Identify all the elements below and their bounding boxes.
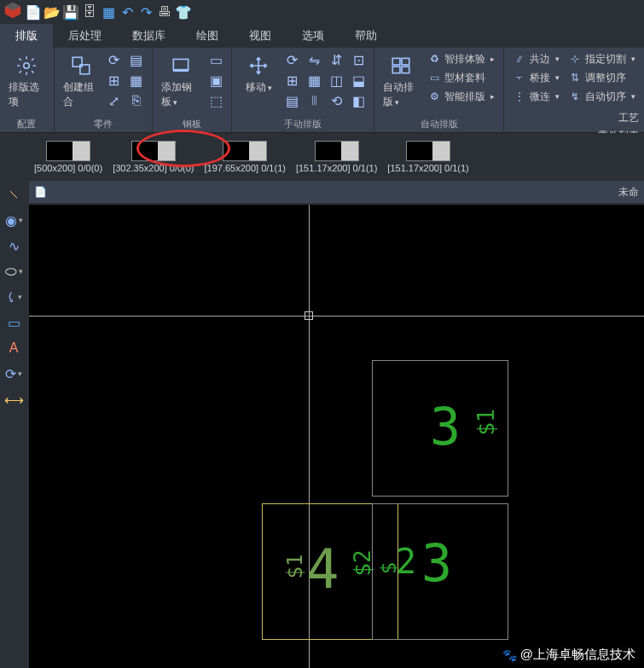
smart-nest-button[interactable]: ⚙智能排版▸	[424, 87, 498, 106]
thumb-3-label: [197.65x200] 0/1(1)	[205, 163, 286, 173]
add-steel-label: 添加钢板▾	[161, 80, 200, 109]
thumb-2[interactable]: [302.35x200] 0/0(0)	[113, 141, 194, 173]
adjust-seq-icon: ⇅	[568, 71, 582, 84]
arc-tool-icon[interactable]: ⤹▾	[2, 287, 26, 307]
extra1-icon[interactable]: ⊡	[349, 50, 368, 69]
thumb-1-label: [500x200] 0/0(0)	[34, 163, 102, 173]
group-label-parts: 零件	[60, 116, 147, 132]
microjoint-icon: ⋮	[513, 90, 526, 103]
canvas[interactable]: 📄 未命 3 $1 4 $1 $2 2 $ 3 🐾 @上海卓畅信息技术	[29, 205, 644, 668]
tab-help[interactable]: 帮助	[339, 24, 392, 48]
ellipse-tool-icon[interactable]: ⬭▾	[2, 261, 26, 282]
craft-label: 工艺	[593, 109, 644, 127]
thumb-1[interactable]: [500x200] 0/0(0)	[34, 141, 102, 173]
align-icon[interactable]: ▤	[282, 91, 301, 110]
shape-1-bottom-side: $1	[283, 555, 307, 579]
steel-small2-icon[interactable]: ▣	[206, 71, 225, 90]
menu-bar: 排版 后处理 数据库 绘图 视图 选项 帮助	[0, 24, 644, 48]
qat-redo-icon[interactable]: ↷	[138, 4, 154, 20]
steel-small3-icon[interactable]: ⬚	[206, 91, 225, 110]
array-icon[interactable]: ⊞	[282, 71, 301, 90]
wave-tool-icon[interactable]: ∿	[2, 235, 26, 256]
frame-icon[interactable]: ◫	[327, 71, 345, 90]
text-tool-icon[interactable]: A	[2, 338, 26, 358]
extra3-icon[interactable]: ◧	[349, 91, 368, 110]
sheet-icon	[168, 53, 194, 78]
mirror-v-icon[interactable]: ⇵	[327, 50, 345, 69]
ribbon-group-manual: 移动▾ ⟳ ⊞ ▤ ⇋ ▦ ⫴ ⇵ ◫ ⟲ ⊡ ⬓ ◧ 手动排版	[232, 48, 374, 132]
tab-layout[interactable]: 排版	[0, 24, 53, 48]
create-combo-button[interactable]: 创建组合	[60, 49, 102, 113]
crosshair-h	[29, 316, 644, 317]
qat-tshirt-icon[interactable]: 👕	[176, 4, 191, 20]
list-icon[interactable]: ▤	[127, 50, 146, 69]
add-steel-button[interactable]: 添加钢板▾	[158, 49, 204, 113]
coedge-button[interactable]: ⫽共边▾	[509, 49, 563, 68]
snap-icon[interactable]: ▦	[305, 71, 323, 90]
circle-tool-icon[interactable]: ◉▾	[2, 210, 26, 230]
measure-tool-icon[interactable]: ⟷	[2, 389, 26, 410]
doc-title: 未命	[618, 185, 639, 200]
shape-1-top-side: $1	[473, 409, 499, 435]
qat-grid-icon[interactable]: ▦	[101, 4, 116, 20]
tab-view[interactable]: 视图	[234, 24, 287, 48]
group-label-config: 配置	[5, 116, 49, 132]
sheet-thumbnails: [500x200] 0/0(0) [302.35x200] 0/0(0) [19…	[0, 133, 644, 181]
rotate-cw-icon[interactable]: ⟳	[282, 50, 301, 69]
gear-small-icon: ⚙	[427, 90, 441, 103]
mirror-h-icon[interactable]: ⇋	[305, 50, 323, 69]
rect-tool-icon[interactable]: ▭	[2, 312, 26, 333]
auto-nest-button[interactable]: 自动排版▾	[380, 49, 422, 113]
copy-icon[interactable]: ⎘	[127, 91, 146, 110]
tab-options[interactable]: 选项	[287, 24, 339, 48]
assign-cut-button[interactable]: ⊹指定切割▾	[565, 49, 639, 68]
extra2-icon[interactable]: ⬓	[349, 71, 368, 90]
move-button[interactable]: 移动▾	[237, 49, 280, 98]
canvas-header: 📄 未命	[29, 181, 644, 203]
watermark-text: @上海卓畅信息技术	[520, 647, 635, 663]
qat-undo-icon[interactable]: ↶	[119, 4, 135, 20]
move-icon	[246, 53, 271, 78]
microjoint-button[interactable]: ⋮微连▾	[509, 87, 563, 106]
thumb-4[interactable]: [151.17x200] 0/1(1)	[296, 141, 377, 173]
grid-icon[interactable]: ▦	[127, 71, 146, 90]
tab-draw[interactable]: 绘图	[181, 24, 234, 48]
qat-new-icon[interactable]: 📄	[26, 4, 41, 20]
qat-open-icon[interactable]: 📂	[44, 4, 60, 20]
auto-seq-button[interactable]: ↯自动切序▾	[565, 87, 639, 106]
group-label-auto: 自动排版	[380, 116, 498, 132]
tab-database[interactable]: 数据库	[117, 24, 181, 48]
svg-rect-7	[392, 58, 400, 65]
thumb-4-label: [151.17x200] 0/1(1)	[296, 163, 377, 173]
gear-icon	[14, 53, 39, 78]
steel-small1-icon[interactable]: ▭	[206, 50, 225, 69]
thumb-3[interactable]: [197.65x200] 0/1(1)	[205, 141, 286, 173]
ribbon-group-parts: 创建组合 ⟳ ⊞ ⤢ ▤ ▦ ⎘ 零件	[55, 48, 153, 132]
rotate-icon[interactable]: ⟳	[105, 50, 124, 69]
watermark: 🐾 @上海卓畅信息技术	[502, 647, 635, 663]
bridge-icon: ⫟	[513, 71, 526, 84]
combine-icon	[68, 53, 94, 78]
thumb-5[interactable]: [151.17x200] 0/1(1)	[387, 141, 468, 173]
refresh-tool-icon[interactable]: ⟳▾	[2, 363, 26, 384]
bridge-button[interactable]: ⫟桥接▾	[509, 68, 563, 87]
app-logo-icon	[3, 1, 22, 23]
smart-nest-exp-button[interactable]: ♻智排体验▸	[424, 49, 498, 68]
ribbon-group-auto: 自动排版▾ ♻智排体验▸ ▭型材套料 ⚙智能排版▸ 自动排版	[374, 48, 504, 132]
shape-3-bottom: 3	[421, 533, 452, 593]
layout-options-button[interactable]: 排版选项	[5, 49, 49, 113]
profile-nest-button[interactable]: ▭型材套料	[424, 68, 498, 87]
shape-3-top: 3	[430, 397, 461, 456]
qat-print-icon[interactable]: 🖶	[157, 4, 172, 20]
auto-seq-icon: ↯	[568, 90, 582, 103]
move-label: 移动▾	[246, 80, 272, 95]
rotate2-icon[interactable]: ⟲	[327, 91, 345, 110]
adjust-seq-button[interactable]: ⇅调整切序	[565, 68, 639, 87]
tab-postprocess[interactable]: 后处理	[53, 24, 117, 48]
distribute-icon[interactable]: ⫴	[305, 91, 323, 110]
qat-save-icon[interactable]: 💾	[63, 4, 78, 20]
add-box-icon[interactable]: ⊞	[105, 71, 124, 90]
qat-saveall-icon[interactable]: 🗄	[82, 4, 97, 20]
expand-icon[interactable]: ⤢	[105, 91, 124, 110]
line-tool-icon[interactable]: ⟍	[2, 184, 26, 205]
